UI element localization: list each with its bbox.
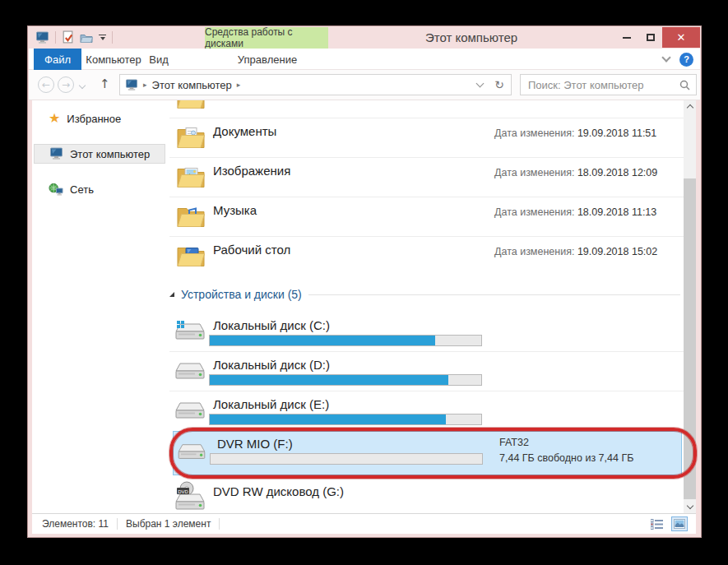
forward-button[interactable]: → xyxy=(58,76,74,93)
up-button[interactable]: ↑ xyxy=(100,76,110,91)
back-button[interactable]: ← xyxy=(38,76,54,93)
file-name: Рабочий стол xyxy=(213,243,290,257)
refresh-button[interactable]: ↻ xyxy=(488,74,512,95)
ribbon-tab-strip: Файл Компьютер Вид Управление ? xyxy=(29,49,700,70)
drive-row-e[interactable]: Локальный диск (E:) xyxy=(169,391,684,431)
sidebar-item-this-pc[interactable]: Этот компьютер xyxy=(34,144,165,164)
sidebar-item-network[interactable]: Сеть xyxy=(34,179,165,199)
breadcrumb-separator-icon: ▸ xyxy=(237,81,241,89)
properties-button-icon[interactable] xyxy=(62,30,74,44)
group-header-rule xyxy=(308,294,680,295)
disk-usage-bar xyxy=(209,414,482,425)
status-bar: Элементов: 11 Выбран 1 элемент xyxy=(32,513,696,534)
address-bar[interactable]: ▸ Этот компьютер ▸ xyxy=(119,74,489,95)
computer-icon xyxy=(49,147,63,160)
sidebar-item-label: Избранное xyxy=(67,113,121,125)
maximize-button[interactable] xyxy=(638,27,662,48)
navigation-pane: ★ Избранное Этот компьютер Сеть xyxy=(32,100,169,513)
new-folder-button-icon[interactable] xyxy=(80,32,93,44)
group-header-devices-and-drives[interactable]: Устройства и диски (5) xyxy=(169,276,684,313)
drive-filesystem: FAT32 xyxy=(499,437,529,448)
drive-row-g[interactable]: DVD DVD RW дисковод (G:) xyxy=(169,479,684,513)
title-bar: Средства работы с дисками Этот компьютер… xyxy=(28,26,701,49)
thumbnail-view-icon xyxy=(674,519,685,529)
date-modified-value: 18.09.2018 12:09 xyxy=(577,167,657,178)
status-separator xyxy=(219,518,220,530)
drive-name: Локальный диск (E:) xyxy=(213,397,329,411)
search-box xyxy=(520,74,697,95)
disk-usage-bar xyxy=(210,453,483,465)
date-modified-value: 19.09.2018 15:02 xyxy=(577,246,657,257)
date-modified-label: Дата изменения: xyxy=(494,127,574,139)
vertical-scrollbar[interactable] xyxy=(684,100,696,513)
minimize-button[interactable] xyxy=(614,27,638,48)
collapse-group-triangle-icon xyxy=(169,292,174,297)
breadcrumb-computer-icon xyxy=(125,79,138,91)
drive-name: DVR MIO (F:) xyxy=(217,437,293,451)
drive-row-c[interactable]: Локальный диск (C:) xyxy=(169,313,684,352)
removable-disk-icon xyxy=(177,442,206,463)
sidebar-item-label: Этот компьютер xyxy=(70,148,150,160)
screenshot-canvas: Средства работы с дисками Этот компьютер… xyxy=(0,0,728,565)
local-disk-icon xyxy=(174,399,206,424)
file-row-documents[interactable]: Документы Дата изменения: 19.09.2018 11:… xyxy=(169,118,684,158)
date-modified-value: 19.09.2018 11:51 xyxy=(577,127,656,139)
file-row-music[interactable]: Музыка Дата изменения: 18.09.2018 11:13 xyxy=(169,197,684,237)
file-list: Видео Дата изменения: 18.09.2018 11:13 Д… xyxy=(169,100,684,513)
group-header-label: Устройства и диски (5) xyxy=(181,288,302,301)
disk-usage-bar xyxy=(209,335,482,346)
system-menu-computer-icon[interactable] xyxy=(35,31,49,44)
scroll-down-arrow-icon[interactable] xyxy=(684,501,696,513)
sidebar-item-favorites[interactable]: ★ Избранное xyxy=(34,109,165,128)
date-modified-label: Дата изменения: xyxy=(494,167,574,178)
quick-access-toolbar xyxy=(35,26,113,49)
tab-computer[interactable]: Компьютер xyxy=(86,49,141,70)
explorer-window: Средства работы с дисками Этот компьютер… xyxy=(27,25,702,538)
status-separator xyxy=(117,518,118,530)
date-modified-label: Дата изменения: xyxy=(494,206,574,218)
scroll-up-arrow-icon[interactable] xyxy=(684,100,696,113)
toolbar-separator xyxy=(112,31,113,44)
address-dropdown-chevron-icon[interactable] xyxy=(476,80,485,88)
desktop-folder-icon xyxy=(176,242,206,269)
tab-manage[interactable]: Управление xyxy=(206,49,329,70)
drive-free-space: 7,44 ГБ свободно из 7,44 ГБ xyxy=(499,452,633,464)
contextual-tab-drive-tools[interactable]: Средства работы с дисками xyxy=(205,27,328,49)
selection-count: Выбран 1 элемент xyxy=(126,518,211,530)
date-modified-value: 18.09.2018 11:13 xyxy=(577,206,656,218)
drive-row-d[interactable]: Локальный диск (D:) xyxy=(169,352,684,391)
file-row-video[interactable]: Видео Дата изменения: 18.09.2018 11:13 xyxy=(169,100,684,118)
search-input[interactable] xyxy=(526,78,679,92)
network-icon xyxy=(49,183,63,196)
sidebar-item-label: Сеть xyxy=(70,183,94,196)
pictures-folder-icon xyxy=(176,163,206,190)
tab-file[interactable]: Файл xyxy=(34,49,81,70)
drive-row-f-selected[interactable]: DVR MIO (F:) FAT32 7,44 ГБ свободно из 7… xyxy=(173,431,682,475)
thumbnail-view-button[interactable] xyxy=(671,516,688,531)
window-controls: ✕ xyxy=(614,27,700,48)
tab-view[interactable]: Вид xyxy=(144,49,174,70)
toolbar-separator xyxy=(55,31,56,44)
recent-locations-chevron-icon[interactable] xyxy=(79,82,86,89)
file-name: Изображения xyxy=(213,164,290,178)
help-button[interactable]: ? xyxy=(679,53,693,67)
details-view-icon xyxy=(651,519,664,530)
drive-name: Локальный диск (C:) xyxy=(213,318,330,332)
details-view-button[interactable] xyxy=(649,516,665,531)
breadcrumb-separator-icon: ▸ xyxy=(143,81,147,89)
search-icon xyxy=(679,80,690,90)
disk-usage-bar xyxy=(209,374,482,386)
file-row-pictures[interactable]: Изображения Дата изменения: 18.09.2018 1… xyxy=(169,158,684,197)
scrollbar-thumb[interactable] xyxy=(684,178,696,499)
drive-name: Локальный диск (D:) xyxy=(213,358,330,372)
file-name: Музыка xyxy=(213,203,257,217)
close-button[interactable]: ✕ xyxy=(662,27,700,48)
file-row-desktop[interactable]: Рабочий стол Дата изменения: 19.09.2018 … xyxy=(169,237,684,276)
documents-folder-icon xyxy=(176,123,206,151)
videos-folder-icon xyxy=(176,100,206,111)
expand-ribbon-chevron-icon[interactable] xyxy=(661,53,670,62)
breadcrumb-item[interactable]: Этот компьютер xyxy=(152,79,232,91)
dvd-drive-icon: DVD xyxy=(174,480,206,513)
customize-toolbar-button-icon[interactable] xyxy=(99,35,106,41)
items-count: Элементов: 11 xyxy=(42,518,109,530)
